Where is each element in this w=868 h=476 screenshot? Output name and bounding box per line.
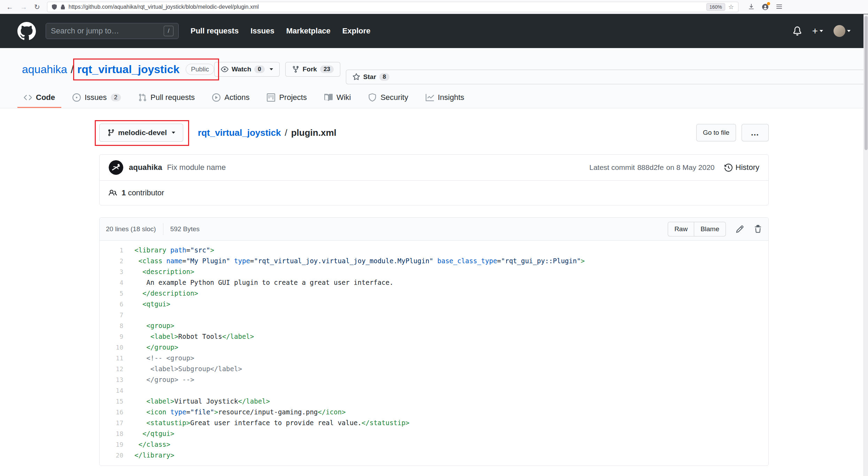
fork-icon <box>292 65 300 73</box>
line-number[interactable]: 12 <box>100 364 123 374</box>
tab-wiki[interactable]: Wiki <box>318 88 357 108</box>
contributors-row[interactable]: 1 contributor <box>100 180 768 205</box>
projects-icon <box>267 93 275 102</box>
line-content: <group> <box>123 320 174 331</box>
more-options-button[interactable]: … <box>742 124 769 141</box>
zoom-level-badge[interactable]: 160% <box>706 3 725 11</box>
code-icon <box>24 93 32 102</box>
line-content: <label>Subgroup</label> <box>123 364 242 374</box>
branch-selector[interactable]: melodic-devel <box>99 124 183 142</box>
history-link[interactable]: History <box>724 163 759 172</box>
watch-label: Watch <box>232 65 251 73</box>
tab-pull-requests[interactable]: Pull requests <box>132 88 201 108</box>
eye-icon <box>221 65 228 73</box>
line-content: </description> <box>123 288 198 299</box>
account-icon[interactable] <box>762 3 768 10</box>
line-number[interactable]: 1 <box>100 245 123 256</box>
line-number[interactable]: 9 <box>100 331 123 342</box>
nav-explore[interactable]: Explore <box>342 26 371 36</box>
code-line: 11 <!-- <group> <box>100 353 768 364</box>
line-number[interactable]: 11 <box>100 353 123 364</box>
code-line: 7 <box>100 310 768 320</box>
nav-issues[interactable]: Issues <box>250 26 274 36</box>
issue-icon <box>72 93 81 102</box>
line-number[interactable]: 8 <box>100 320 123 331</box>
line-number[interactable]: 19 <box>100 439 123 450</box>
line-number[interactable]: 3 <box>100 266 123 277</box>
back-icon[interactable]: ← <box>6 3 13 10</box>
tab-code[interactable]: Code <box>17 88 61 108</box>
commit-author[interactable]: aquahika <box>129 163 162 172</box>
line-number[interactable]: 17 <box>100 418 123 428</box>
repo-owner-link[interactable]: aquahika <box>22 63 67 76</box>
blame-button[interactable]: Blame <box>694 222 726 236</box>
user-menu[interactable] <box>834 25 851 37</box>
reload-icon[interactable]: ↻ <box>34 3 40 10</box>
commit-sha[interactable]: 888d2fe <box>637 163 664 172</box>
commit-author-avatar[interactable] <box>109 160 123 175</box>
tab-issues[interactable]: Issues 2 <box>66 88 127 108</box>
line-number[interactable]: 10 <box>100 342 123 353</box>
raw-button[interactable]: Raw <box>668 222 694 236</box>
header-nav: Pull requests Issues Marketplace Explore <box>191 26 371 36</box>
people-icon <box>109 189 117 197</box>
line-number[interactable]: 15 <box>100 396 123 407</box>
line-number[interactable]: 13 <box>100 374 123 385</box>
line-number[interactable]: 2 <box>100 256 123 266</box>
line-content: </class> <box>123 439 170 450</box>
nav-marketplace[interactable]: Marketplace <box>286 26 331 36</box>
star-button[interactable]: Star 8 <box>346 70 868 84</box>
chevron-down-icon <box>820 30 823 32</box>
go-to-file-button[interactable]: Go to file <box>696 124 736 141</box>
bell-icon[interactable] <box>793 26 802 36</box>
contributors-text: 1 contributor <box>122 188 164 197</box>
bookmark-star-icon[interactable]: ☆ <box>728 4 734 10</box>
search-input[interactable] <box>51 26 161 36</box>
line-number[interactable]: 7 <box>100 310 123 320</box>
commit-message[interactable]: Fix module name <box>167 163 226 172</box>
page-scrollbar[interactable] <box>863 14 868 476</box>
forward-icon[interactable]: → <box>20 3 27 10</box>
edit-pencil-icon[interactable] <box>736 225 744 233</box>
code-line: 14 <box>100 385 768 396</box>
visibility-badge: Public <box>186 64 214 75</box>
line-content: <icon type="file">resource/input-gaming.… <box>123 407 346 418</box>
line-number[interactable]: 4 <box>100 277 123 288</box>
line-number[interactable]: 20 <box>100 450 123 461</box>
breadcrumb-repo-link[interactable]: rqt_virtual_joystick <box>198 127 281 138</box>
fork-button[interactable]: Fork 23 <box>285 62 340 77</box>
file-size: 592 Bytes <box>170 225 200 233</box>
menu-icon[interactable] <box>776 3 782 10</box>
tab-projects[interactable]: Projects <box>261 88 313 108</box>
repo-title-row: aquahika / rqt_virtual_joystick Public W… <box>0 58 868 80</box>
delete-trash-icon[interactable] <box>754 225 762 233</box>
nav-pull-requests[interactable]: Pull requests <box>191 26 239 36</box>
file-header: 20 lines (18 sloc) 592 Bytes Raw Blame <box>100 218 768 241</box>
commit-meta: Latest commit 888d2fe on 8 May 2020 <box>589 163 715 172</box>
repo-name-link[interactable]: rqt_virtual_joystick <box>77 63 179 76</box>
code-line: 18 </qtgui> <box>100 428 768 439</box>
downloads-icon[interactable] <box>748 3 754 10</box>
scrollbar-thumb[interactable] <box>865 16 868 150</box>
line-number[interactable]: 18 <box>100 428 123 439</box>
line-number[interactable]: 5 <box>100 288 123 299</box>
star-icon <box>352 73 360 81</box>
line-number[interactable]: 14 <box>100 385 123 396</box>
github-logo[interactable] <box>17 22 36 40</box>
tab-actions[interactable]: Actions <box>206 88 256 108</box>
lock-icon[interactable] <box>60 4 65 9</box>
tab-security[interactable]: Security <box>362 88 414 108</box>
tab-label: Actions <box>224 93 249 102</box>
repo-social-actions: Watch 0 Fork 23 Star 8 <box>214 54 868 84</box>
line-number[interactable]: 16 <box>100 407 123 418</box>
tab-insights[interactable]: Insights <box>419 88 471 108</box>
url-text[interactable]: https://github.com/aquahika/rqt_virtual_… <box>69 4 259 10</box>
shield-icon[interactable] <box>52 4 57 10</box>
global-search[interactable]: / <box>46 23 179 39</box>
code-line: 8 <group> <box>100 320 768 331</box>
create-new-button[interactable]: + <box>812 25 823 37</box>
url-bar[interactable]: https://github.com/aquahika/rqt_virtual_… <box>47 2 738 12</box>
watch-button[interactable]: Watch 0 <box>214 62 280 77</box>
line-number[interactable]: 6 <box>100 299 123 310</box>
line-content: <!-- <group> <box>123 353 194 364</box>
